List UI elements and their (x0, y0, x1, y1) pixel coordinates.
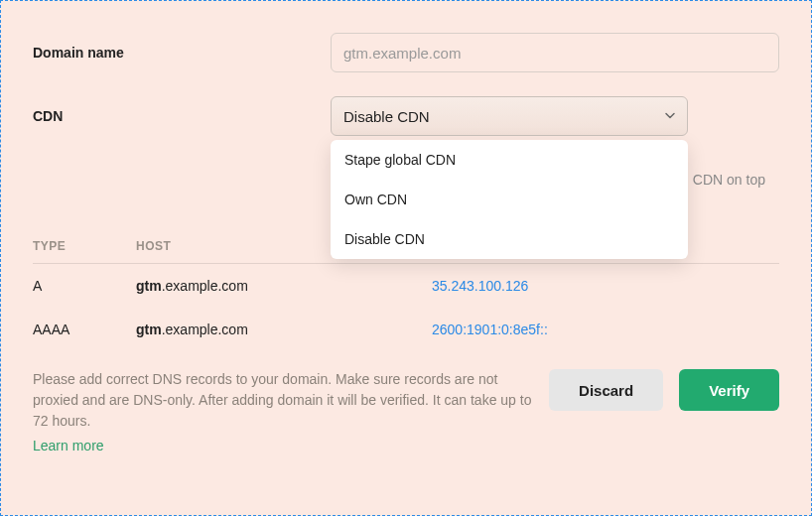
cdn-selected-value: Disable CDN (343, 108, 430, 125)
discard-button[interactable]: Discard (549, 369, 663, 411)
cdn-select[interactable]: Disable CDN (331, 96, 688, 136)
record-type: A (33, 278, 136, 294)
cdn-hint-text: CDN on top (693, 172, 765, 188)
cdn-select-wrapper: Disable CDN Stape global CDN Own CDN Dis… (331, 96, 688, 136)
host-domain: .example.com (162, 322, 248, 337)
cdn-option-disable-cdn[interactable]: Disable CDN (331, 219, 688, 259)
domain-settings-panel: Domain name CDN Disable CDN Stape global… (0, 0, 812, 516)
learn-more-link[interactable]: Learn more (33, 436, 533, 456)
host-subdomain: gtm (136, 322, 162, 337)
domain-name-label: Domain name (33, 45, 331, 61)
domain-name-row: Domain name (33, 33, 779, 72)
cdn-option-stape-global[interactable]: Stape global CDN (331, 140, 688, 180)
record-value[interactable]: 35.243.100.126 (432, 278, 779, 294)
record-type: AAAA (33, 322, 136, 337)
footer-text-block: Please add correct DNS records to your d… (33, 369, 533, 456)
record-host: gtm.example.com (136, 278, 432, 294)
footer-help-text: Please add correct DNS records to your d… (33, 371, 531, 429)
domain-name-input[interactable] (331, 33, 779, 72)
cdn-dropdown: Stape global CDN Own CDN Disable CDN (331, 140, 688, 259)
footer: Please add correct DNS records to your d… (33, 369, 779, 456)
cdn-row: CDN Disable CDN Stape global CDN Own CDN… (33, 96, 779, 136)
cdn-label: CDN (33, 108, 331, 124)
record-value[interactable]: 2600:1901:0:8e5f:: (432, 322, 779, 337)
table-row: A gtm.example.com 35.243.100.126 (33, 264, 779, 308)
header-type: TYPE (33, 239, 136, 253)
host-subdomain: gtm (136, 278, 162, 294)
record-host: gtm.example.com (136, 322, 432, 337)
chevron-down-icon (664, 108, 676, 125)
host-domain: .example.com (162, 278, 248, 294)
table-row: AAAA gtm.example.com 2600:1901:0:8e5f:: (33, 308, 779, 351)
verify-button[interactable]: Verify (679, 369, 779, 411)
cdn-option-own-cdn[interactable]: Own CDN (331, 180, 688, 219)
